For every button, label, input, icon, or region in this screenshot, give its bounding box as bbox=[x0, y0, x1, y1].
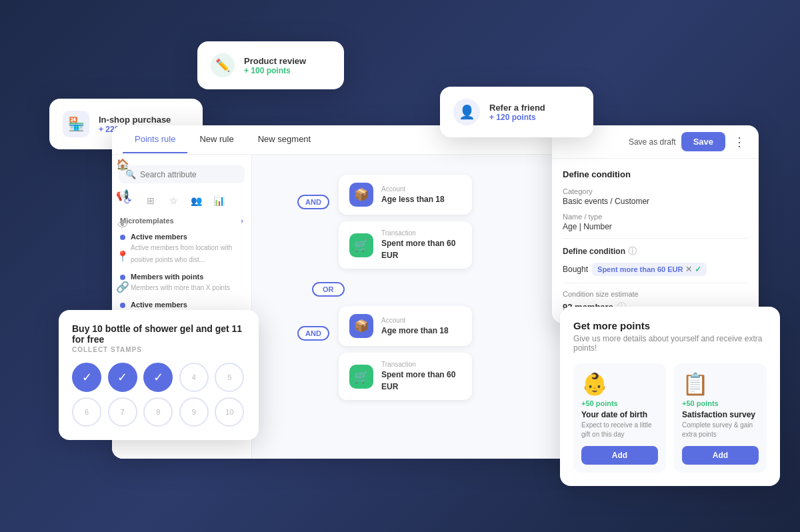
sidebar-icon-star[interactable]: ☆ bbox=[165, 193, 181, 209]
refer-icon: 👤 bbox=[453, 99, 480, 125]
node-icon-transaction-1: 🛒 bbox=[349, 233, 373, 257]
stamp-cell-8: 8 bbox=[143, 397, 173, 427]
product-review-title: Product review bbox=[244, 56, 306, 66]
or-connector[interactable]: OR bbox=[312, 282, 345, 297]
node-text-3: Account Age more than 18 bbox=[381, 317, 449, 336]
product-review-text: Product review + 100 points bbox=[244, 56, 306, 75]
node-icon-account-2: 📦 bbox=[349, 314, 373, 338]
survey-icon: 📋 bbox=[682, 371, 709, 397]
refer-title: Refer a friend bbox=[489, 103, 545, 113]
sidebar-icon-users[interactable]: 👥 bbox=[188, 193, 204, 209]
condition-row: Bought Spent more than 60 EUR ✕ ✓ bbox=[563, 263, 748, 276]
get-more-subtitle: Give us more details about yourself and … bbox=[573, 334, 767, 353]
survey-points: +50 points bbox=[682, 399, 719, 407]
tab-new-segment[interactable]: New segment bbox=[246, 126, 323, 153]
inshop-title: In-shop purchase bbox=[99, 115, 171, 125]
survey-name: Satisfaction survey bbox=[682, 410, 755, 419]
and-connector-2[interactable]: AND bbox=[297, 326, 329, 341]
flow-pair-2: 📦 Account Age more than 18 AND 🛒 Transac… bbox=[339, 306, 592, 400]
refer-points: + 120 points bbox=[489, 113, 545, 122]
stamp-cell-9: 9 bbox=[179, 397, 209, 427]
product-review-points: + 100 points bbox=[244, 66, 306, 75]
refer-text: Refer a friend + 120 points bbox=[489, 103, 545, 122]
nav-campaign-icon[interactable]: 📢 bbox=[113, 185, 132, 204]
tab-new-rule[interactable]: New rule bbox=[187, 126, 245, 153]
search-input[interactable] bbox=[140, 170, 238, 179]
canvas-area: 📦 Account Age less than 18 AND 🛒 Transac… bbox=[252, 155, 592, 459]
stamp-title: Buy 10 bottle of shower gel and get 11 f… bbox=[72, 323, 245, 345]
sidebar-icon-chart[interactable]: 📊 bbox=[211, 193, 227, 209]
stamp-cell-2: ✓ bbox=[108, 363, 137, 392]
tag-close-icon[interactable]: ✕ bbox=[685, 265, 692, 274]
nav-location-icon[interactable]: 📍 bbox=[113, 247, 132, 265]
stamp-cell-1: ✓ bbox=[72, 363, 101, 392]
sidebar-item-text: Members with points Members with more th… bbox=[131, 273, 230, 293]
node-icon-transaction-2: 🛒 bbox=[349, 365, 373, 389]
node-text-1: Account Age less than 18 bbox=[381, 185, 445, 205]
stamp-cell-10: 10 bbox=[215, 397, 244, 427]
flow-node-account-age-more[interactable]: 📦 Account Age more than 18 bbox=[339, 306, 472, 346]
flow-group-2: 📦 Account Age more than 18 AND 🛒 Transac… bbox=[292, 306, 592, 400]
save-draft-button[interactable]: Save as draft bbox=[629, 137, 676, 147]
flow-container: 📦 Account Age less than 18 AND 🛒 Transac… bbox=[292, 168, 592, 400]
right-panel-body: Define condition Category Basic events /… bbox=[552, 159, 759, 323]
bought-label: Bought bbox=[563, 265, 588, 274]
flow-node-transaction-1[interactable]: 🛒 Transaction Spent more than 60 EUR bbox=[339, 221, 472, 269]
stamp-cell-7: 7 bbox=[108, 397, 137, 427]
flow-node-account-age-less[interactable]: 📦 Account Age less than 18 bbox=[339, 175, 472, 215]
sidebar-item-text: Active members Active members from locat… bbox=[131, 233, 243, 265]
get-more-title: Get more points bbox=[573, 320, 767, 331]
survey-desc: Complete survey & gain extra points bbox=[682, 421, 759, 439]
name-type-label: Name / type bbox=[563, 213, 748, 221]
get-more-card-survey: 📋 +50 points Satisfaction survey Complet… bbox=[674, 363, 767, 473]
save-button[interactable]: Save bbox=[681, 132, 725, 151]
birthday-name: Your date of birth bbox=[581, 410, 647, 419]
get-more-card-birthday: 👶 +50 points Your date of birth Expect t… bbox=[573, 363, 666, 473]
define-condition-label: Define condition ⓘ bbox=[563, 245, 748, 257]
name-type-value: Age | Number bbox=[563, 222, 748, 231]
nav-view-icon[interactable]: 👁 bbox=[113, 216, 132, 235]
more-options-button[interactable]: ⋮ bbox=[731, 135, 748, 149]
birthday-desc: Expect to receive a little gift on this … bbox=[581, 421, 658, 439]
get-more-cards-row: 👶 +50 points Your date of birth Expect t… bbox=[573, 363, 767, 473]
condition-tag[interactable]: Spent more than 60 EUR ✕ ✓ bbox=[592, 263, 707, 276]
node-icon-account-1: 📦 bbox=[349, 183, 373, 207]
define-condition-title: Define condition bbox=[563, 169, 748, 179]
nav-home-icon[interactable]: 🏠 bbox=[113, 155, 132, 173]
category-label: Category bbox=[563, 187, 748, 195]
stamp-grid: ✓✓✓45678910 bbox=[72, 363, 245, 427]
stamp-cell-3: ✓ bbox=[143, 363, 173, 392]
get-more-card: Get more points Give us more details abo… bbox=[560, 307, 780, 486]
stamp-card: Buy 10 bottle of shower gel and get 11 f… bbox=[59, 310, 259, 440]
nav-link-icon[interactable]: 🔗 bbox=[113, 277, 132, 296]
birthday-icon: 👶 bbox=[581, 371, 608, 397]
survey-add-button[interactable]: Add bbox=[682, 446, 759, 465]
birthday-add-button[interactable]: Add bbox=[581, 446, 658, 465]
and-connector-1[interactable]: AND bbox=[297, 195, 329, 209]
sidebar-icon-grid[interactable]: ⊞ bbox=[143, 193, 159, 209]
sidebar-search[interactable]: 🔍 bbox=[119, 165, 245, 183]
category-value: Basic events / Customer bbox=[563, 197, 748, 206]
node-text-2: Transaction Spent more than 60 EUR bbox=[381, 229, 461, 261]
stamp-cell-5: 5 bbox=[215, 363, 244, 392]
estimate-label: Condition size estimate bbox=[563, 290, 748, 298]
right-panel-card: Save as draft Save ⋮ Define condition Ca… bbox=[552, 125, 759, 323]
stamp-subtitle: COLLECT STAMPS bbox=[72, 346, 245, 353]
birthday-points: +50 points bbox=[581, 399, 618, 407]
stamp-cell-4: 4 bbox=[179, 363, 209, 392]
inshop-icon: 🏪 bbox=[63, 111, 89, 137]
product-review-icon: ✏️ bbox=[211, 53, 235, 77]
flow-group-1: 📦 Account Age less than 18 AND 🛒 Transac… bbox=[292, 175, 592, 269]
flow-node-transaction-2[interactable]: 🛒 Transaction Spent more than 60 EUR bbox=[339, 353, 472, 400]
refer-card: 👤 Refer a friend + 120 points bbox=[440, 87, 593, 137]
tab-points-rule[interactable]: Points rule bbox=[123, 126, 187, 153]
flow-or-row: OR bbox=[312, 282, 592, 297]
node-text-4: Transaction Spent more than 60 EUR bbox=[381, 361, 461, 392]
tag-check-icon: ✓ bbox=[695, 265, 701, 274]
product-review-card: ✏️ Product review + 100 points bbox=[197, 41, 344, 89]
stamp-cell-6: 6 bbox=[72, 397, 101, 427]
